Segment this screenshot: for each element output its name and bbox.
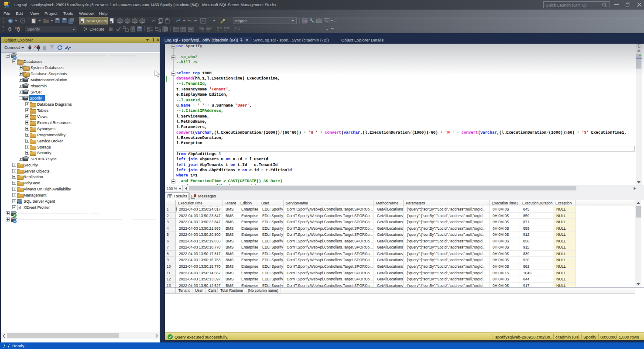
svg-text:XMLA: XMLA — [133, 22, 137, 24]
svg-text:DAX: DAX — [140, 21, 144, 24]
svg-text:sql: sql — [302, 20, 307, 23]
svg-text:DMX: DMX — [126, 21, 130, 24]
svg-text:MDX: MDX — [118, 21, 122, 24]
